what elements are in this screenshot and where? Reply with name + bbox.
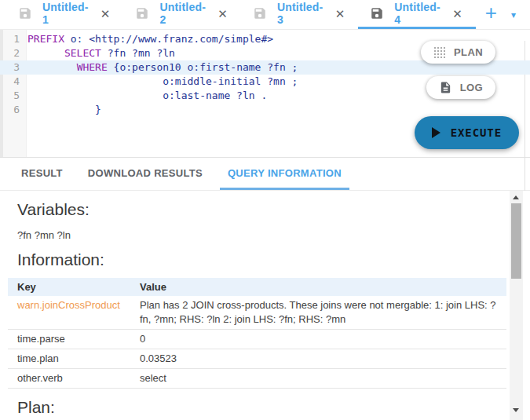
information-heading: Information: (17, 250, 510, 269)
info-value: 0 (130, 330, 506, 349)
save-icon (18, 6, 32, 20)
info-key: other.verb (8, 369, 130, 389)
tab-menu-caret-icon[interactable]: ▾ (506, 9, 530, 20)
close-icon[interactable]: ✕ (99, 6, 112, 21)
table-row: time.parse 0 (8, 330, 506, 349)
variables-heading: Variables: (17, 200, 510, 219)
execute-button[interactable]: EXECUTE (415, 116, 519, 149)
value-column-header: Value (130, 278, 506, 296)
results-scrollbar[interactable] (510, 191, 523, 420)
grid-dots-icon (433, 46, 446, 59)
editor-tab-label: Untitled-2 (159, 1, 206, 26)
results-tab[interactable]: RESULT (13, 158, 71, 190)
results-tab[interactable]: QUERY INFORMATION (220, 158, 349, 190)
editor-tab[interactable]: Untitled-1 ✕ (6, 0, 123, 29)
line-number: 1 (0, 32, 27, 46)
results-tab-bar: RESULT DOWNLOAD RESULTS QUERY INFORMATIO… (0, 157, 530, 191)
scrollbar-thumb[interactable] (511, 203, 521, 279)
sparql-keyword: WHERE (77, 61, 108, 73)
editor-tab[interactable]: Untitled-3 ✕ (241, 0, 358, 29)
line-number: 3 (0, 60, 27, 75)
results-tab-label: QUERY INFORMATION (228, 167, 342, 179)
editor-tab-bar: Untitled-1 ✕ Untitled-2 ✕ Untitled-3 ✕ U… (0, 0, 530, 30)
log-button-label: LOG (460, 82, 483, 93)
code-text: SELECT ?fn ?mn ?ln (27, 46, 175, 60)
table-header-row: Key Value (8, 278, 506, 296)
plan-button-label: PLAN (454, 46, 483, 58)
save-icon (370, 6, 384, 20)
line-number: 6 (0, 103, 27, 117)
results-tab-label: RESULT (21, 167, 63, 179)
scroll-up-icon[interactable] (513, 195, 519, 199)
execute-button-label: EXECUTE (451, 126, 502, 139)
code-text: WHERE {o:person10 o:first-name ?fn ; (27, 60, 298, 75)
query-editor[interactable]: 1 PREFIX o: <http://www.franz.com/simple… (0, 30, 530, 157)
add-tab-button[interactable]: + (476, 1, 506, 28)
editor-tab-label: Untitled-1 (42, 1, 89, 26)
editor-tab-label: Untitled-3 (277, 1, 323, 26)
save-icon (135, 6, 149, 20)
info-value: Plan has 2 JOIN cross-products. These jo… (130, 296, 506, 330)
sparql-keyword: SELECT (64, 47, 101, 59)
info-key: warn.joinCrossProduct (8, 296, 130, 330)
editor-tab-label: Untitled-4 (394, 1, 440, 26)
key-column-header: Key (8, 278, 130, 296)
plan-heading: Plan: (17, 398, 510, 417)
info-value: select (130, 369, 506, 389)
sparql-keyword: PREFIX (27, 33, 64, 45)
document-icon (439, 81, 452, 94)
results-tab-label: DOWNLOAD RESULTS (88, 167, 203, 179)
line-number: 4 (0, 75, 27, 89)
code-text: o:last-name ?ln . (27, 89, 267, 103)
info-key: time.parse (8, 330, 130, 349)
info-value: 0.03523 (130, 349, 506, 369)
save-icon (253, 6, 267, 20)
information-table: Key Value warn.joinCrossProduct Plan has… (8, 278, 506, 389)
close-icon[interactable]: ✕ (334, 6, 347, 21)
query-information-panel: Variables: ?fn ?mn ?ln Information: Key … (0, 191, 510, 420)
line-number: 2 (0, 46, 27, 60)
code-text: } (27, 103, 101, 117)
table-row: time.plan 0.03523 (8, 349, 506, 369)
table-row: warn.joinCrossProduct Plan has 2 JOIN cr… (8, 296, 506, 330)
table-row: other.verb select (8, 369, 506, 389)
code-text: PREFIX o: <http://www.franz.com/simple#> (27, 32, 273, 46)
editor-tab[interactable]: Untitled-2 ✕ (123, 0, 240, 29)
code-text: o:middle-initial ?mn ; (27, 75, 298, 89)
plan-button[interactable]: PLAN (421, 41, 495, 64)
code-line[interactable]: 6 } (0, 103, 530, 117)
editor-tab[interactable]: Untitled-4 ✕ (358, 0, 475, 29)
results-tab[interactable]: DOWNLOAD RESULTS (80, 158, 210, 190)
info-key: time.plan (8, 349, 130, 369)
close-icon[interactable]: ✕ (216, 6, 229, 21)
log-button[interactable]: LOG (426, 76, 495, 99)
line-number: 5 (0, 89, 27, 103)
variables-value: ?fn ?mn ?ln (17, 229, 510, 241)
play-icon (432, 127, 440, 138)
scroll-down-icon[interactable] (513, 408, 519, 412)
close-icon[interactable]: ✕ (451, 6, 464, 21)
